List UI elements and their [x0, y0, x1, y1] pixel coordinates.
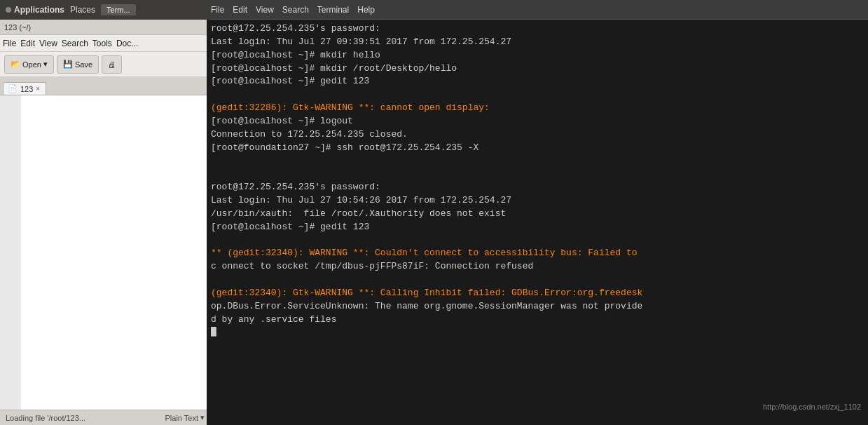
gedit-editor[interactable]	[0, 95, 210, 410]
terminal-menu-help[interactable]: Help	[357, 5, 375, 15]
places-menu[interactable]: Places	[70, 5, 95, 15]
gedit-toolbar: 📂 Open ▾ 💾 Save 🖨	[0, 52, 210, 77]
terminal-content[interactable]: root@172.25.254.235's password: Last log…	[207, 20, 868, 425]
plaintext-label: Plain Text	[165, 414, 199, 422]
gedit-tabs: 📄 123 ×	[0, 77, 210, 95]
terminal-menu-view[interactable]: View	[256, 5, 274, 15]
terminal-menu-file[interactable]: File	[211, 5, 224, 15]
csdn-watermark: http://blog.csdn.net/zxj_1102	[763, 403, 861, 411]
applications-menu[interactable]: Applications	[14, 5, 64, 15]
tab-close-button[interactable]: ×	[36, 85, 40, 93]
gedit-menu-tools[interactable]: Tools	[92, 39, 112, 48]
gedit-tab-123[interactable]: 📄 123 ×	[3, 82, 46, 95]
terminal-menu-edit[interactable]: Edit	[233, 5, 247, 15]
tab-name: 123	[20, 85, 33, 93]
terminal-tab[interactable]: Term...	[101, 4, 136, 15]
print-icon: 🖨	[108, 60, 116, 69]
plaintext-dropdown-icon[interactable]: ▾	[200, 413, 205, 422]
gedit-menubar: File Edit View Search Tools Doc...	[0, 35, 210, 52]
gedit-titlebar: 123 (~/)	[0, 20, 210, 35]
open-dropdown-icon[interactable]: ▾	[43, 60, 48, 69]
open-button[interactable]: 📂 Open ▾	[4, 55, 54, 74]
open-label: Open	[22, 60, 41, 69]
gedit-menu-documents[interactable]: Doc...	[116, 39, 138, 48]
open-icon: 📂	[11, 60, 20, 69]
gedit-statusbar: Loading file '/root/123... Plain Text ▾	[0, 410, 210, 425]
terminal-menu-search[interactable]: Search	[282, 5, 309, 15]
terminal-menubar: File Edit View Search Terminal Help	[207, 0, 868, 20]
loading-status: Loading file '/root/123...	[6, 414, 158, 422]
gedit-title: 123 (~/)	[4, 23, 31, 32]
gedit-window: 123 (~/) File Edit View Search Tools Doc…	[0, 20, 210, 425]
gedit-menu-search[interactable]: Search	[62, 39, 88, 48]
gedit-menu-view[interactable]: View	[39, 39, 57, 48]
save-icon: 💾	[63, 60, 73, 69]
terminal-menu-terminal[interactable]: Terminal	[317, 5, 349, 15]
plaintext-selector[interactable]: Plain Text ▾	[165, 413, 205, 422]
gedit-menu-edit[interactable]: Edit	[20, 39, 35, 48]
save-button[interactable]: 💾 Save	[57, 55, 99, 74]
print-button[interactable]: 🖨	[102, 55, 122, 74]
tab-icon: 📄	[8, 84, 18, 93]
gnome-topbar: Applications Places Term...	[0, 0, 210, 20]
save-label: Save	[75, 60, 92, 69]
gedit-menu-file[interactable]: File	[3, 39, 16, 48]
gnome-dot	[6, 7, 11, 13]
terminal-window: File Edit View Search Terminal Help root…	[207, 0, 868, 425]
